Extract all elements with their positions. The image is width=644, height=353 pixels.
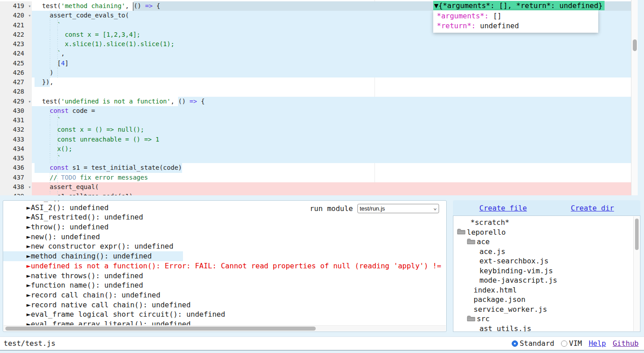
code-text: [32, 87, 638, 96]
line-number: 434: [0, 144, 32, 154]
tree-item-label: package.json: [474, 295, 526, 305]
code-token: =>: [145, 1, 152, 11]
inspector-row-return[interactable]: *return*: undefined: [437, 21, 593, 31]
code-token: `: [35, 154, 61, 163]
create-file-link[interactable]: Create file: [479, 204, 527, 212]
expand-triangle-icon[interactable]: ►: [26, 232, 31, 241]
code-text: `,: [32, 49, 638, 58]
tree-item-label: ext-searchbox.js: [479, 256, 548, 266]
keybinding-vim-option[interactable]: VIM: [561, 339, 582, 348]
expand-triangle-icon[interactable]: ►: [26, 200, 31, 202]
run-module-select[interactable]: test/run.js: [357, 204, 439, 213]
github-link[interactable]: Github: [613, 339, 639, 348]
fold-arrow-icon[interactable]: ▾: [28, 1, 31, 11]
test-result-item[interactable]: ►eval_frame logical short circuit(): und…: [3, 310, 225, 319]
editor-scrollbar-thumb[interactable]: [633, 39, 637, 51]
code-line-432[interactable]: 432 const x = () => null();: [0, 125, 638, 134]
results-scrollbar-thumb[interactable]: [5, 327, 316, 331]
expand-triangle-icon[interactable]: ►: [26, 242, 31, 250]
line-highlight-fill: [205, 97, 638, 106]
line-number: 438▾: [0, 182, 32, 192]
code-line-435[interactable]: 435 `: [0, 154, 638, 163]
test-result-item[interactable]: ►function name(): undefined: [3, 280, 143, 290]
code-editor[interactable]: 419▾ test('method chaining', () => {420▾…: [0, 0, 638, 195]
code-line-439[interactable]: 439 s1.calltree_node(s1): [0, 192, 638, 195]
code-line-423[interactable]: 423 x.slice(1).slice(1).slice(1);: [0, 39, 638, 49]
fold-arrow-icon[interactable]: ▾: [28, 11, 31, 20]
test-result-item[interactable]: ►record native call chain(): undefined: [3, 300, 191, 310]
file-tree-scrollbar[interactable]: [633, 216, 640, 331]
test-result-item[interactable]: ►ASI_2(): undefined: [3, 203, 109, 213]
expand-triangle-icon[interactable]: ►: [26, 213, 31, 221]
editor-scrollbar[interactable]: [631, 0, 638, 195]
code-line-437[interactable]: 437 // TODO fix error messages: [0, 173, 638, 182]
code-line-429[interactable]: 429▾ test('undefined is not a function',…: [0, 97, 638, 106]
code-line-431[interactable]: 431 `: [0, 116, 638, 125]
expand-triangle-icon[interactable]: ►: [26, 203, 31, 212]
expand-triangle-icon[interactable]: ►: [26, 252, 31, 260]
code-token: const x = [1,2,3,4];: [35, 30, 140, 39]
tree-folder-leporello[interactable]: leporello: [453, 228, 640, 237]
code-token: (): [178, 97, 189, 106]
code-line-425[interactable]: 425 [4]: [0, 59, 638, 68]
tree-folder-ace[interactable]: ace: [453, 237, 640, 247]
tree-file-package-json[interactable]: package.json: [453, 295, 640, 305]
tree-file-ext-searchbox-js[interactable]: ext-searchbox.js: [453, 256, 640, 266]
code-line-427[interactable]: 427 }),: [0, 77, 638, 87]
test-result-item[interactable]: ►method chaining(): undefined: [3, 251, 183, 261]
results-horizontal-scrollbar[interactable]: [4, 325, 446, 331]
tree-folder-src[interactable]: src: [453, 314, 640, 324]
radio-vim[interactable]: [561, 340, 567, 347]
tree-file-ace-js[interactable]: ace.js: [453, 247, 640, 257]
value-inspector-header[interactable]: ▼{*arguments*: [], *return*: undefined}: [433, 1, 605, 10]
expand-triangle-icon[interactable]: ►: [26, 262, 31, 270]
fold-arrow-icon[interactable]: ▾: [28, 97, 31, 106]
test-result-item[interactable]: ►new(): undefined: [3, 232, 100, 242]
code-line-430[interactable]: 430 const code =: [0, 106, 638, 116]
expand-triangle-icon[interactable]: ►: [26, 271, 31, 280]
create-dir-link[interactable]: Create dir: [571, 204, 614, 212]
code-line-426[interactable]: 426 ): [0, 68, 638, 77]
radio-standard[interactable]: [512, 340, 518, 347]
file-tree-scrollbar-thumb[interactable]: [635, 219, 639, 250]
tree-file--scratch-[interactable]: *scratch*: [453, 218, 640, 228]
line-number: 422: [0, 30, 32, 39]
code-token: const: [50, 106, 69, 116]
help-link[interactable]: Help: [589, 339, 606, 348]
tree-file-mode-javascript-js[interactable]: mode-javascript.js: [453, 276, 640, 285]
tree-file-service-worker-js[interactable]: service_worker.js: [453, 305, 640, 314]
code-text: `: [32, 154, 638, 163]
code-token: {: [152, 1, 160, 11]
code-line-424[interactable]: 424 `,: [0, 49, 638, 58]
inspector-row-arguments[interactable]: *arguments*: []: [437, 11, 593, 21]
fold-arrow-icon[interactable]: ▾: [28, 182, 31, 192]
expand-triangle-icon[interactable]: ►: [26, 223, 31, 231]
code-line-434[interactable]: 434 x();: [0, 144, 638, 154]
code-line-438[interactable]: 438▾ assert_equal(: [0, 182, 638, 192]
test-result-label: eval_frame logical short circuit(): unde…: [31, 310, 225, 319]
code-line-436[interactable]: 436 const s1 = test_initial_state(code): [0, 163, 638, 172]
tree-file-ast-utils-js[interactable]: ast_utils.js: [453, 324, 640, 332]
test-result-item[interactable]: ►throw(): undefined: [3, 222, 109, 232]
tree-file-keybinding-vim-js[interactable]: keybinding-vim.js: [453, 266, 640, 276]
code-token: //: [50, 173, 61, 182]
tree-file-index-html[interactable]: index.html: [453, 285, 640, 295]
expand-triangle-icon[interactable]: ►: [26, 301, 31, 309]
code-token: 'undefined is not a function': [61, 97, 170, 106]
test-result-label: new constructor expr(): undefined: [31, 242, 174, 250]
expand-triangle-icon[interactable]: ►: [26, 281, 31, 289]
test-result-item[interactable]: ►new constructor expr(): undefined: [3, 241, 174, 251]
code-line-428[interactable]: 428: [0, 87, 638, 96]
code-token: =>: [190, 97, 197, 106]
test-result-item[interactable]: ►ASI_restrited(): undefined: [3, 212, 143, 222]
code-text: }),: [32, 77, 638, 87]
expand-triangle-icon[interactable]: ►: [26, 291, 31, 299]
expand-triangle-icon[interactable]: ►: [26, 310, 31, 319]
code-text: x.slice(1).slice(1).slice(1);: [32, 39, 638, 49]
test-result-item[interactable]: ►undefined is not a function(): Error: F…: [3, 261, 445, 271]
test-result-item[interactable]: ►record call chain(): undefined: [3, 290, 161, 300]
code-line-433[interactable]: 433 const unreachable = () => 1: [0, 135, 638, 144]
keybinding-standard-option[interactable]: Standard: [512, 339, 554, 348]
code-token: 4: [61, 59, 65, 68]
test-result-item[interactable]: ►native throws(): undefined: [3, 271, 143, 281]
